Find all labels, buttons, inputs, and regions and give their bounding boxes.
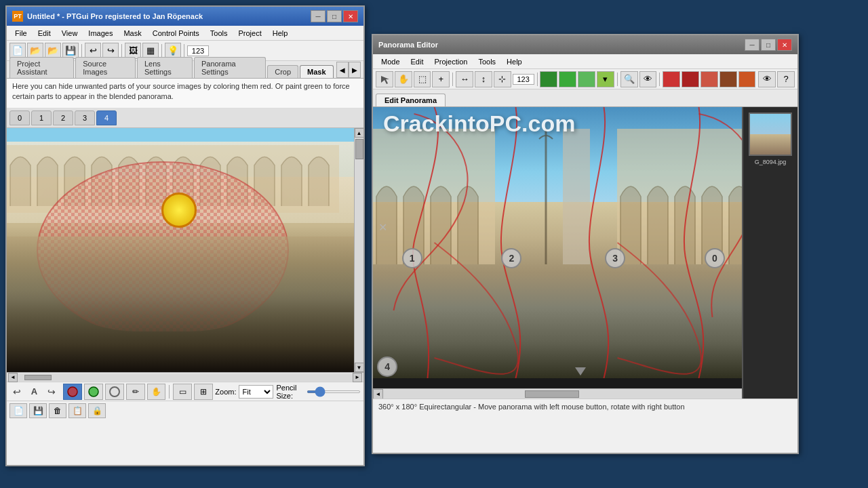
pano-eye-icon[interactable]: 👁 [758,71,776,87]
draw-rect[interactable]: ▭ [173,384,192,400]
save-button[interactable]: 💾 [62,43,79,59]
menu-mask[interactable]: Mask [118,28,146,39]
img-tab-4[interactable]: 4 [96,110,117,125]
tab-project-assistant[interactable]: Project Assistant [9,57,74,78]
scroll-track[interactable] [355,138,363,363]
viewport-scrollbar-bottom[interactable]: ◄ ► [7,372,363,382]
pano-red1-btn[interactable] [663,71,680,87]
tab-crop[interactable]: Crop [267,65,298,78]
pano-tab-edit[interactable]: Edit Panorama [376,94,446,106]
pencil-size-slider[interactable] [307,390,361,393]
tab-mask[interactable]: Mask [300,65,334,78]
tab-panorama-settings[interactable]: Panorama Settings [194,57,266,78]
close-button[interactable]: ✕ [343,10,358,22]
h-scroll-track[interactable] [18,374,353,381]
menu-control-points[interactable]: Control Points [147,28,205,39]
pano-canvas[interactable]: CrackintoPC.com 1 2 3 0 4 ✕ [373,107,797,399]
pano-frame-tool[interactable]: ⬚ [414,71,431,87]
pano-menu-tools[interactable]: Tools [473,56,501,67]
pano-green2-btn[interactable] [559,71,576,87]
minimize-button[interactable]: ─ [311,10,326,22]
tab-nav-right[interactable]: ► [349,62,361,78]
draw-circle-fill[interactable] [63,384,82,400]
pano-h-track[interactable] [383,389,787,399]
menu-help[interactable]: Help [267,28,294,39]
menu-project[interactable]: Project [233,28,267,39]
thumbnail-image[interactable] [749,113,792,156]
h-scroll-thumb[interactable] [24,375,52,380]
pan-handle[interactable] [575,367,586,375]
pano-green3-btn[interactable] [578,71,595,87]
pano-close-button[interactable]: ✕ [777,39,792,51]
menu-tools[interactable]: Tools [205,28,233,39]
pano-red2-btn[interactable] [682,71,699,87]
lock-button[interactable]: 🔒 [88,403,106,418]
save-file-button[interactable]: 💾 [29,403,47,418]
tab-source-images[interactable]: Source Images [75,57,136,78]
close-seam-button[interactable]: ✕ [378,221,387,234]
new-doc-button[interactable]: 📄 [9,43,26,59]
scroll-up-arrow[interactable]: ▲ [355,128,364,138]
pano-menu-projection[interactable]: Projection [429,56,473,67]
scroll-down-arrow[interactable]: ▼ [355,363,364,372]
viewport-scrollbar-right[interactable]: ▲ ▼ [354,128,363,372]
pano-h-thumb[interactable] [525,390,579,398]
scroll-left-arrow[interactable]: ◄ [8,373,18,382]
pano-zoom-out[interactable]: 👁 [639,71,657,87]
redo-button[interactable]: ↪ [102,43,119,59]
pano-move-both[interactable]: ⊹ [494,71,511,87]
pano-maximize-button[interactable]: □ [761,39,776,51]
menu-edit[interactable]: Edit [33,28,56,39]
pano-question-icon[interactable]: ? [777,71,795,87]
pano-h-scroll-left[interactable]: ◄ [373,389,383,399]
draw-hand[interactable]: ✋ [147,384,166,400]
pano-green-btn[interactable] [540,71,557,87]
img-tab-0[interactable]: 0 [9,110,30,125]
pano-zoom-in[interactable]: 🔍 [620,71,638,87]
tab-lens-settings[interactable]: Lens Settings [137,57,193,78]
images-button[interactable]: 🖼 [125,43,141,59]
pano-move-v[interactable]: ↕ [475,71,492,87]
pano-menu-edit[interactable]: Edit [406,56,429,67]
scroll-thumb[interactable] [355,139,363,159]
pano-minimize-button[interactable]: ─ [745,39,760,51]
menu-images[interactable]: Images [83,28,118,39]
pano-red3-btn[interactable] [701,71,718,87]
new-file-button[interactable]: 📄 [9,403,27,418]
img-tab-2[interactable]: 2 [53,110,73,125]
undo-draw-button[interactable]: ↩ [9,384,24,399]
pano-dropdown-btn[interactable]: ▾ [597,71,614,87]
scroll-right-arrow[interactable]: ► [353,373,362,382]
pano-select-tool[interactable] [376,71,393,87]
menu-view[interactable]: View [56,28,83,39]
draw-circle-green[interactable] [84,384,103,400]
undo-button[interactable]: ↩ [85,43,101,59]
tab-nav-left[interactable]: ◄ [336,62,349,78]
pano-menu-help[interactable]: Help [501,56,528,67]
img-tab-1[interactable]: 1 [31,110,52,125]
redo-draw-button[interactable]: ↪ [43,384,58,399]
table-button[interactable]: ▦ [142,43,159,59]
zoom-select[interactable]: Fit 25% 50% 100% 200% [239,385,273,399]
menu-file[interactable]: File [9,28,33,39]
pano-h-scroll[interactable]: ◄ ► [373,388,797,399]
delete-button[interactable]: 🗑 [49,403,66,418]
maximize-button[interactable]: □ [327,10,342,22]
open-button[interactable]: 📂 [27,43,43,59]
control-point-yellow[interactable] [161,192,197,228]
open2-button[interactable]: 📂 [45,43,61,59]
img-tab-3[interactable]: 3 [75,110,95,125]
draw-circle-outline[interactable] [105,384,124,400]
lamp-button[interactable]: 💡 [165,43,181,59]
pano-add-point[interactable]: + [432,71,450,87]
draw-split[interactable]: ⊞ [194,384,213,400]
pano-move-h[interactable]: ↔ [456,71,473,87]
paste-button[interactable]: 📋 [68,403,86,418]
pano-image-area[interactable]: CrackintoPC.com 1 2 3 0 4 ✕ [373,107,787,378]
pano-pan-tool[interactable]: ✋ [395,71,412,87]
image-viewport[interactable]: ▲ ▼ [7,128,363,372]
pano-red5-btn[interactable] [738,71,756,87]
pano-menu-mode[interactable]: Mode [376,56,406,67]
font-a-button[interactable]: A [26,384,41,399]
pano-red4-btn[interactable] [719,71,737,87]
